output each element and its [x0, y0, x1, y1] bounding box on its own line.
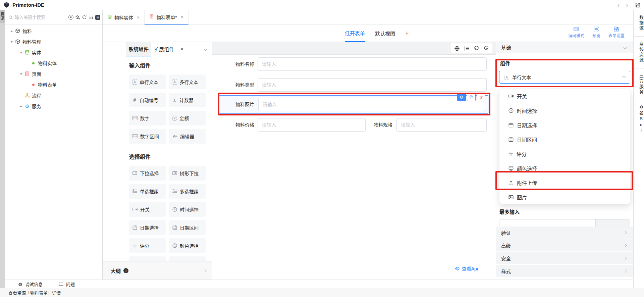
component-number[interactable]: 123数字	[129, 111, 166, 126]
max-input-field[interactable]	[499, 219, 630, 227]
field-settings-button[interactable]: ⚙	[457, 93, 466, 101]
panel-menu-icon[interactable]: ≡	[181, 47, 183, 52]
nav-forward-icon[interactable]: ›	[626, 2, 628, 8]
tab-extended-components[interactable]: 扩展组件	[151, 42, 177, 56]
chevron-down-icon[interactable]: ▾	[18, 50, 24, 55]
undo-icon[interactable]	[474, 46, 479, 51]
component-single-text[interactable]: A单行文本	[129, 75, 166, 89]
component-dropdown[interactable]: 下拉选择	[129, 166, 166, 181]
chevron-down-icon[interactable]	[624, 46, 627, 49]
close-icon[interactable]: ×	[137, 15, 140, 20]
component-attachment-upload[interactable]: 附件上传	[129, 256, 166, 261]
selected-field-material-image[interactable]: 物料图片	[218, 95, 488, 114]
new-resource-icon[interactable]	[75, 15, 80, 20]
close-icon[interactable]: ×	[181, 14, 183, 20]
tree-item-entity-group[interactable]: ▾ 实体	[5, 47, 102, 58]
nav-back-icon[interactable]: ‹	[618, 2, 620, 8]
tab-data-source[interactable]: 数据源	[634, 10, 644, 37]
view-api-link[interactable]: 查看Api	[455, 265, 478, 272]
component-type-select[interactable]: A 单行文本	[499, 71, 630, 84]
material-name-input[interactable]	[258, 57, 487, 71]
tab-named-sql[interactable]: 命名Sql	[634, 100, 644, 139]
component-date-picker[interactable]: 日期选择	[129, 220, 166, 235]
field-delete-button[interactable]	[477, 93, 485, 101]
component-switch[interactable]: 开关	[129, 202, 166, 217]
dropdown-option-rating[interactable]: ☆评分	[499, 147, 630, 161]
component-field-label: 组件	[500, 60, 510, 67]
preview-button[interactable]: 预览	[592, 26, 600, 38]
tree-item-page-group[interactable]: ▾ 页面	[5, 68, 102, 79]
tree-item-material-entity[interactable]: 物料实体	[5, 58, 102, 68]
chevron-up-icon[interactable]	[623, 76, 626, 79]
dropdown-option-date-range[interactable]: 日期区间	[499, 132, 630, 147]
chevron-down-icon[interactable]: ▾	[9, 40, 14, 44]
tree-item-material-mgmt[interactable]: ▾ 物料管理	[5, 36, 102, 47]
component-time-picker[interactable]: 时间选择	[169, 202, 206, 217]
refresh-icon[interactable]	[82, 15, 87, 20]
add-view-button[interactable]: +	[405, 25, 409, 42]
material-price-input[interactable]	[258, 118, 366, 132]
chevron-right-icon[interactable]	[203, 269, 207, 272]
component-tree-dropdown[interactable]: 树形下拉	[169, 166, 206, 181]
resources-activity-tab[interactable]: 资源	[0, 10, 5, 23]
info-icon[interactable]: i	[123, 268, 128, 273]
sort-filter-icon[interactable]	[89, 15, 94, 20]
collapse-panel-icon[interactable]	[204, 48, 207, 51]
dropdown-option-switch[interactable]: 开关	[499, 89, 630, 103]
outline-footer[interactable]: 大纲 i	[103, 261, 212, 280]
component-auto-number[interactable]: #自动编号	[129, 93, 166, 107]
dropdown-option-time-picker[interactable]: 时间选择	[499, 103, 630, 118]
component-editor[interactable]: A≡编辑器	[169, 129, 206, 144]
view-tab-default-view[interactable]: 默认视图	[375, 25, 395, 42]
component-multi-text[interactable]: A多行文本	[169, 75, 206, 89]
chevron-right-icon[interactable]: ▸	[9, 29, 14, 33]
form-settings-button[interactable]: 表单设置	[608, 26, 625, 38]
component-checkbox-group[interactable]: 多选框组	[169, 184, 206, 199]
code-mode-button[interactable]: 编码模式	[568, 26, 584, 38]
tab-offline-resources[interactable]: 离线资源	[634, 37, 644, 68]
component-money[interactable]: ¥金额	[169, 111, 206, 126]
material-type-input[interactable]	[258, 78, 487, 92]
sidebar-search-row: AI ▤	[5, 10, 102, 25]
ai-assistant-icon[interactable]: AI	[68, 15, 73, 20]
dropdown-option-image[interactable]: 图片	[499, 190, 630, 204]
properties-group-basic[interactable]: 基础	[496, 42, 634, 53]
component-rating[interactable]: ☆评分	[129, 238, 166, 253]
i18n-globe-icon[interactable]	[454, 46, 460, 51]
dropdown-option-date-picker[interactable]: 日期选择	[499, 118, 630, 132]
section-style[interactable]: 样式	[496, 265, 634, 277]
debug-info-tab[interactable]: 调试信息	[18, 281, 43, 287]
search-input[interactable]	[15, 15, 68, 20]
dropdown-option-attachment-upload[interactable]: 附件上传	[499, 176, 630, 190]
switch-view-icon[interactable]: ▤	[95, 15, 100, 20]
chevron-down-icon[interactable]: ▾	[18, 72, 24, 76]
view-header: 低开表单 默认视图 + 编码模式 预览 表单设置	[103, 25, 633, 42]
tab-material-form[interactable]: 物料表单* ×	[145, 10, 189, 24]
tab-material-entity[interactable]: 物料实体 ×	[103, 10, 145, 24]
outline-list-icon[interactable]	[464, 46, 470, 51]
material-spec-input[interactable]	[396, 118, 487, 132]
tab-system-components[interactable]: 系统组件	[126, 42, 151, 56]
field-copy-button[interactable]	[467, 93, 476, 101]
tree-item-material-form[interactable]: 物料表单	[5, 79, 102, 90]
redo-icon[interactable]	[483, 46, 489, 51]
component-date-range[interactable]: 日期区间	[169, 220, 206, 235]
component-radio-group[interactable]: 单选框组	[129, 184, 166, 199]
component-counter[interactable]: ±计数器	[169, 93, 206, 107]
section-validation[interactable]: 验证	[496, 227, 634, 239]
tree-item-flow[interactable]: 流程	[5, 90, 102, 101]
component-color-picker[interactable]: 颜色选择	[169, 238, 206, 253]
component-number-range[interactable]: 1~3数字区间	[129, 129, 166, 144]
section-advanced[interactable]: 高级	[496, 239, 634, 251]
view-tab-lowcode-form[interactable]: 低开表单	[345, 25, 365, 42]
section-security[interactable]: 安全	[496, 252, 634, 264]
tree-item-material[interactable]: ▸ 物料	[5, 26, 102, 36]
material-image-input[interactable]	[258, 98, 485, 111]
tree-item-service[interactable]: ▸ ⚙ 服务	[5, 101, 102, 111]
save-icon[interactable]	[635, 2, 641, 8]
chevron-right-icon[interactable]: ▸	[18, 104, 24, 108]
problems-tab[interactable]: 问题	[59, 281, 75, 287]
tab-third-party-services[interactable]: 三方服务	[634, 68, 644, 100]
dropdown-option-color-picker[interactable]: 颜色选择	[499, 161, 630, 176]
component-image[interactable]: 图片	[169, 256, 206, 261]
